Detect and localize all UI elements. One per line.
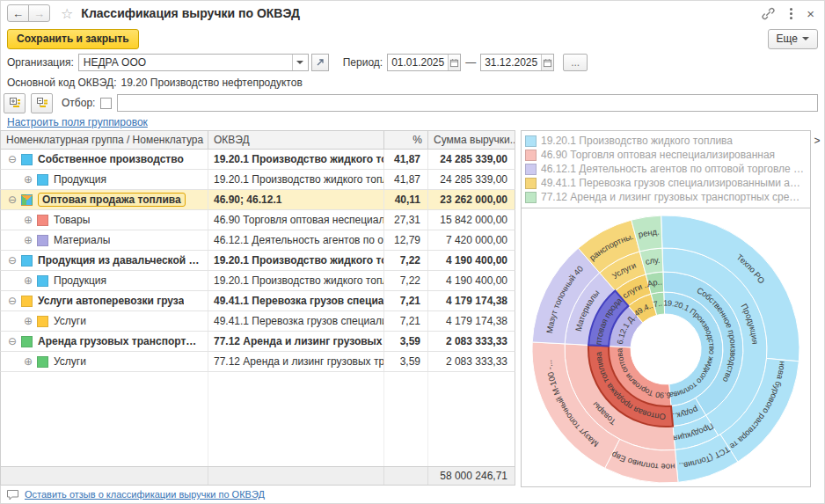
column-header-percent[interactable]: % — [384, 131, 428, 149]
cell-okved[interactable]: 77.12 Аренда и лизинг грузовых трансп... — [208, 352, 384, 371]
open-organization-button[interactable] — [311, 54, 329, 71]
dropdown-button[interactable] — [292, 55, 308, 70]
period-to-input[interactable]: 31.12.2025 — [480, 54, 554, 71]
collapse-node-icon[interactable]: ⊖ — [6, 295, 18, 307]
cell-percent[interactable]: 7,21 — [384, 311, 428, 331]
row-name-label[interactable]: Услуги — [54, 355, 86, 368]
expand-node-icon[interactable]: ⊕ — [22, 274, 34, 287]
cell-okved[interactable]: 19.20.1 Производство жидкого топл... — [208, 251, 384, 270]
cell-sum[interactable]: 4 190 400,00 — [428, 271, 515, 290]
cell-name[interactable]: ⊕Услуги — [1, 311, 208, 331]
filter-input[interactable] — [117, 94, 818, 112]
cell-okved[interactable]: 46.90; 46.12.1 — [208, 190, 384, 209]
table-row[interactable]: ⊕Товары46.90 Торговля оптовая неспециали… — [0, 210, 515, 230]
table-row[interactable]: ⊖Оптовая продажа топлива46.90; 46.12.140… — [0, 190, 515, 210]
cell-name[interactable]: ⊖Собственное производство — [1, 150, 208, 169]
cell-sum[interactable]: 4 179 174,38 — [428, 291, 515, 310]
cell-name[interactable]: ⊖Аренда грузовых транспортных ср... — [1, 332, 208, 351]
table-row[interactable]: ⊖Собственное производство19.20.1 Произво… — [0, 150, 515, 170]
cell-sum[interactable]: 15 842 000,00 — [428, 210, 515, 230]
organization-combo[interactable]: НЕДРА ООО — [78, 54, 309, 71]
cell-percent[interactable]: 7,22 — [384, 251, 428, 270]
row-name-label[interactable]: Оптовая продажа топлива — [38, 193, 186, 207]
back-button[interactable]: ← — [7, 4, 29, 22]
cell-sum[interactable]: 4 190 400,00 — [428, 251, 515, 270]
cell-percent[interactable]: 3,59 — [384, 352, 428, 371]
cell-okved[interactable]: 46.12.1 Деятельность агентов по оптов... — [208, 230, 384, 250]
cell-percent[interactable]: 40,11 — [384, 190, 428, 209]
more-button[interactable]: Еще — [768, 29, 818, 49]
row-name-label[interactable]: Продукция — [54, 274, 106, 287]
expand-node-icon[interactable]: ⊕ — [22, 234, 34, 246]
feedback-link[interactable]: Оставить отзыв о классификации выручки п… — [25, 489, 265, 500]
cell-name[interactable]: ⊕Продукция — [1, 271, 208, 290]
column-header-sum[interactable]: Сумма выручки... — [428, 131, 515, 149]
save-and-close-button[interactable]: Сохранить и закрыть — [7, 29, 139, 49]
cell-name[interactable]: ⊕Услуги — [1, 352, 208, 371]
cell-name[interactable]: ⊕Товары — [1, 210, 208, 230]
cell-sum[interactable]: 24 285 339,00 — [428, 170, 515, 189]
cell-percent[interactable]: 7,21 — [384, 291, 428, 310]
expand-node-icon[interactable]: ⊕ — [22, 214, 34, 226]
row-name-label[interactable]: Услуги автоперевозки груза — [38, 295, 184, 307]
period-more-button[interactable]: ... — [563, 54, 588, 71]
collapse-groups-button[interactable] — [31, 93, 53, 113]
row-name-label[interactable]: Материалы — [54, 234, 110, 246]
collapse-node-icon[interactable]: ⊖ — [6, 194, 18, 206]
cell-percent[interactable]: 27,31 — [384, 210, 428, 230]
link-icon[interactable] — [761, 6, 776, 21]
cell-percent[interactable]: 3,59 — [384, 332, 428, 351]
cell-name[interactable]: ⊕Материалы — [1, 230, 208, 250]
table-row[interactable]: ⊕Продукция19.20.1 Производство жидкого т… — [0, 271, 515, 291]
close-icon[interactable]: × — [807, 7, 814, 20]
cell-sum[interactable]: 2 083 333,33 — [428, 352, 515, 371]
cell-sum[interactable]: 23 262 000,00 — [428, 190, 515, 209]
cell-percent[interactable]: 7,22 — [384, 271, 428, 290]
cell-percent[interactable]: 12,79 — [384, 230, 428, 250]
cell-sum[interactable]: 24 285 339,00 — [428, 150, 515, 169]
cell-okved[interactable]: 19.20.1 Производство жидкого топлива — [208, 170, 384, 189]
column-header-okved[interactable]: ОКВЭД — [208, 131, 384, 149]
cell-okved[interactable]: 19.20.1 Производство жидкого топлива — [208, 271, 384, 290]
menu-kebab-icon[interactable] — [790, 8, 792, 19]
table-row[interactable]: ⊖Аренда грузовых транспортных ср...77.12… — [0, 332, 515, 352]
cell-name[interactable]: ⊖Оптовая продажа топлива — [1, 190, 208, 209]
collapse-node-icon[interactable]: ⊖ — [6, 153, 18, 165]
favorite-star-icon[interactable]: ☆ — [61, 5, 73, 22]
cell-name[interactable]: ⊖Продукция из давальческой перер... — [1, 251, 208, 270]
cell-okved[interactable]: 77.12 Аренда и лизинг грузовых тра... — [208, 332, 384, 351]
table-row[interactable]: ⊕Услуги49.41.1 Перевозка грузов специали… — [0, 311, 515, 332]
column-header-name[interactable]: Номенклатурная группа / Номенклатура — [1, 131, 208, 149]
cell-sum[interactable]: 2 083 333,33 — [428, 332, 515, 351]
table-row[interactable]: ⊖Услуги автоперевозки груза49.41.1 Перев… — [0, 291, 515, 311]
setup-grouping-fields-link[interactable]: Настроить поля группировок — [7, 116, 148, 128]
expand-node-icon[interactable]: ⊕ — [22, 173, 34, 186]
cell-sum[interactable]: 4 179 174,38 — [428, 311, 515, 331]
table-row[interactable]: ⊕Продукция19.20.1 Производство жидкого т… — [0, 170, 515, 190]
expand-groups-button[interactable] — [4, 93, 26, 113]
cell-okved[interactable]: 49.41.1 Перевозка грузов специализир... — [208, 311, 384, 331]
expand-node-icon[interactable]: ⊕ — [22, 355, 34, 368]
table-row[interactable]: ⊕Материалы46.12.1 Деятельность агентов п… — [0, 230, 515, 251]
cell-okved[interactable]: 19.20.1 Производство жидкого топл... — [208, 150, 384, 169]
row-name-label[interactable]: Услуги — [54, 315, 86, 327]
table-row[interactable]: ⊕Услуги77.12 Аренда и лизинг грузовых тр… — [0, 352, 515, 372]
table-row[interactable]: ⊖Продукция из давальческой перер...19.20… — [0, 251, 515, 271]
row-name-label[interactable]: Продукция из давальческой перер... — [38, 254, 202, 267]
expand-node-icon[interactable]: ⊕ — [22, 315, 34, 327]
calendar-button[interactable] — [448, 55, 460, 70]
calendar-button[interactable] — [541, 55, 553, 70]
filter-checkbox[interactable] — [100, 98, 112, 109]
period-from-input[interactable]: 01.01.2025 — [387, 54, 461, 71]
cell-okved[interactable]: 46.90 Торговля оптовая неспециализир... — [208, 210, 384, 230]
cell-percent[interactable]: 41,87 — [384, 150, 428, 169]
collapse-node-icon[interactable]: ⊖ — [6, 254, 18, 267]
row-name-label[interactable]: Продукция — [54, 173, 106, 186]
forward-button[interactable]: → — [28, 4, 50, 22]
cell-percent[interactable]: 41,87 — [384, 170, 428, 189]
cell-sum[interactable]: 7 420 000,00 — [428, 230, 515, 250]
sunburst-chart[interactable]: 19.20.1 Производство жидкого топлива46.9… — [522, 208, 810, 488]
cell-okved[interactable]: 49.41.1 Перевозка грузов специали... — [208, 291, 384, 310]
row-name-label[interactable]: Аренда грузовых транспортных ср... — [38, 335, 202, 347]
collapse-node-icon[interactable]: ⊖ — [6, 335, 18, 347]
